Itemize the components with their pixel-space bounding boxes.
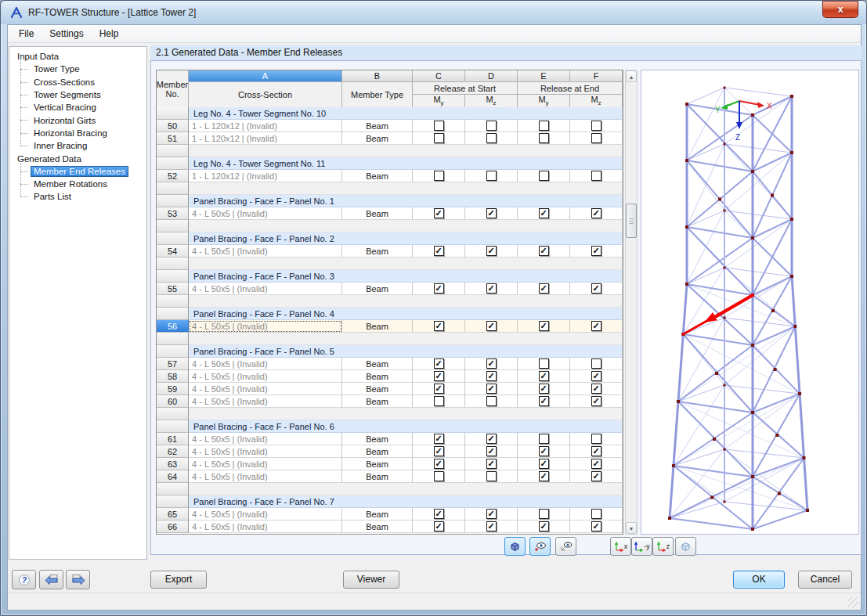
release-checkbox[interactable] xyxy=(539,208,549,218)
release-checkbox[interactable] xyxy=(434,321,444,331)
release-cell[interactable] xyxy=(570,358,623,370)
member-no-cell[interactable]: 61 xyxy=(157,433,189,445)
release-cell[interactable] xyxy=(413,207,465,220)
release-cell[interactable] xyxy=(570,170,623,182)
cross-section-cell[interactable]: 4 - L 50x5 | (Invalid) xyxy=(189,207,342,220)
release-checkbox[interactable] xyxy=(591,208,601,218)
view-z-button[interactable]: z xyxy=(652,537,674,556)
member-no-cell[interactable]: 64 xyxy=(157,470,189,483)
row-gutter[interactable] xyxy=(157,495,189,508)
release-cell[interactable] xyxy=(570,445,623,458)
help-button[interactable]: ? xyxy=(12,570,36,589)
release-checkbox[interactable] xyxy=(486,208,497,218)
export-button[interactable]: Export xyxy=(150,571,207,589)
release-cell[interactable] xyxy=(413,433,465,445)
member-no-cell[interactable]: 59 xyxy=(157,383,189,395)
release-checkbox[interactable] xyxy=(434,396,444,406)
member-type-cell[interactable]: Beam xyxy=(342,383,413,395)
release-cell[interactable] xyxy=(465,458,518,470)
view-x-button[interactable]: x xyxy=(610,537,631,556)
viewer-button[interactable]: Viewer xyxy=(343,571,399,589)
release-checkbox[interactable] xyxy=(486,521,497,531)
column-letter-a[interactable]: A xyxy=(189,70,342,82)
release-cell[interactable] xyxy=(570,207,623,220)
release-checkbox[interactable] xyxy=(539,358,549,369)
row-gutter[interactable] xyxy=(157,182,189,195)
release-cell[interactable] xyxy=(570,458,623,470)
column-letter-c[interactable]: C xyxy=(413,70,465,82)
release-cell[interactable] xyxy=(465,370,518,383)
cross-section-cell[interactable]: 4 - L 50x5 | (Invalid) xyxy=(189,245,342,258)
release-cell[interactable] xyxy=(465,358,518,370)
release-cell[interactable] xyxy=(518,521,570,533)
member-type-cell[interactable]: Beam xyxy=(342,508,413,521)
release-cell[interactable] xyxy=(518,508,570,521)
release-cell[interactable] xyxy=(465,508,518,521)
release-checkbox[interactable] xyxy=(486,246,497,256)
isometric-view-button[interactable] xyxy=(675,537,696,556)
release-cell[interactable] xyxy=(465,170,518,182)
release-checkbox[interactable] xyxy=(486,283,497,294)
sidebar-item-member-end-releases[interactable]: Member End Releases xyxy=(14,165,145,178)
release-checkbox[interactable] xyxy=(539,521,549,531)
release-cell[interactable] xyxy=(413,458,465,470)
release-checkbox[interactable] xyxy=(591,384,601,394)
member-type-cell[interactable]: Beam xyxy=(342,395,413,408)
release-cell[interactable] xyxy=(570,370,623,383)
release-checkbox[interactable] xyxy=(591,283,601,294)
release-checkbox[interactable] xyxy=(486,371,497,381)
release-checkbox[interactable] xyxy=(486,171,497,181)
release-cell[interactable] xyxy=(518,383,570,395)
release-cell[interactable] xyxy=(570,320,623,333)
release-checkbox[interactable] xyxy=(434,471,444,481)
release-checkbox[interactable] xyxy=(486,509,497,519)
release-checkbox[interactable] xyxy=(591,446,601,456)
release-checkbox[interactable] xyxy=(434,246,444,256)
release-cell[interactable] xyxy=(413,320,465,333)
member-type-cell[interactable]: Beam xyxy=(342,433,413,445)
column-letter-e[interactable]: E xyxy=(518,70,570,82)
release-cell[interactable] xyxy=(570,132,623,145)
release-cell[interactable] xyxy=(465,120,518,132)
release-checkbox[interactable] xyxy=(591,121,601,131)
release-checkbox[interactable] xyxy=(539,384,549,394)
row-gutter[interactable] xyxy=(157,232,189,245)
release-cell[interactable] xyxy=(465,283,518,295)
release-checkbox[interactable] xyxy=(591,434,601,444)
member-type-cell[interactable]: Beam xyxy=(342,170,413,182)
release-checkbox[interactable] xyxy=(434,459,444,469)
release-cell[interactable] xyxy=(518,433,570,445)
release-cell[interactable] xyxy=(518,245,570,258)
row-gutter[interactable] xyxy=(157,408,189,420)
release-cell[interactable] xyxy=(465,245,518,258)
release-checkbox[interactable] xyxy=(539,371,549,381)
scroll-up-arrow[interactable]: ▲ xyxy=(626,70,637,82)
release-cell[interactable] xyxy=(570,395,623,408)
member-type-cell[interactable]: Beam xyxy=(342,320,413,333)
release-checkbox[interactable] xyxy=(591,321,601,331)
resize-grip[interactable] xyxy=(848,597,858,607)
release-cell[interactable] xyxy=(465,383,518,395)
release-checkbox[interactable] xyxy=(539,446,549,456)
cross-section-cell[interactable]: 4 - L 50x5 | (Invalid) xyxy=(189,508,342,521)
member-no-cell[interactable]: 60 xyxy=(157,395,189,408)
release-cell[interactable] xyxy=(570,120,623,132)
cross-section-cell[interactable]: 4 - L 50x5 | (Invalid) xyxy=(189,445,342,458)
release-checkbox[interactable] xyxy=(486,434,497,444)
row-gutter[interactable] xyxy=(157,420,189,433)
release-checkbox[interactable] xyxy=(539,471,549,481)
release-cell[interactable] xyxy=(413,370,465,383)
row-gutter[interactable] xyxy=(157,345,189,358)
release-checkbox[interactable] xyxy=(539,321,549,331)
cross-section-cell[interactable]: 4 - L 50x5 | (Invalid) xyxy=(189,395,342,408)
release-cell[interactable] xyxy=(465,433,518,445)
release-checkbox[interactable] xyxy=(486,459,497,469)
member-no-cell[interactable]: 58 xyxy=(157,370,189,383)
release-checkbox[interactable] xyxy=(591,471,601,481)
release-checkbox[interactable] xyxy=(539,171,549,181)
next-screen-button[interactable] xyxy=(66,570,90,589)
row-gutter[interactable] xyxy=(157,157,189,170)
release-checkbox[interactable] xyxy=(539,133,549,143)
column-letter-b[interactable]: B xyxy=(342,70,413,82)
release-cell[interactable] xyxy=(413,521,465,533)
